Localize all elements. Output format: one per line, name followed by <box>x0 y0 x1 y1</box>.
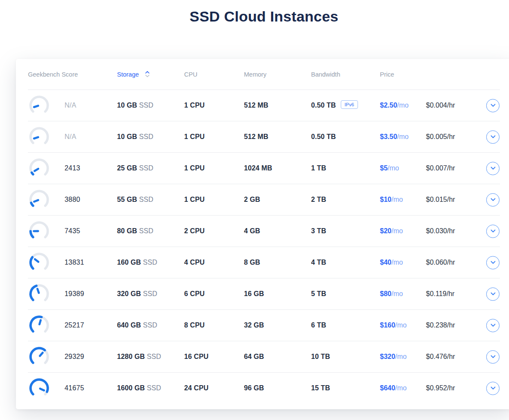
column-header-price[interactable]: Price <box>380 71 426 78</box>
storage-cell: 80 GB SSD <box>117 227 184 235</box>
bandwidth-cell: 2 TB <box>311 196 380 204</box>
chevron-down-icon <box>490 386 496 390</box>
geekbench-gauge-icon <box>28 157 50 179</box>
table-row: 41675 1600 GB SSD 24 CPU 96 GB 15 TB $64… <box>28 372 500 404</box>
memory-cell: 32 GB <box>244 321 311 329</box>
price-period: /mo <box>397 133 409 140</box>
hourly-price-cell: $0.004/hr <box>426 102 486 109</box>
memory-cell: 2 GB <box>244 196 311 204</box>
memory-cell: 64 GB <box>244 353 311 361</box>
price-amount: $160 <box>380 321 395 329</box>
storage-type: SSD <box>139 227 153 235</box>
chevron-down-icon <box>490 135 496 139</box>
hourly-price-cell: $0.238/hr <box>426 321 486 329</box>
storage-type: SSD <box>139 133 153 140</box>
monthly-price-cell: $20/mo <box>380 227 426 235</box>
chevron-down-icon <box>490 104 496 107</box>
column-header-storage[interactable]: Storage <box>117 71 184 78</box>
cpu-cell: 1 CPU <box>184 164 244 172</box>
table-row: 29329 1280 GB SSD 16 CPU 64 GB 10 TB $32… <box>28 341 500 372</box>
storage-cell: 1600 GB SSD <box>117 384 184 392</box>
bandwidth-value: 6 TB <box>311 321 326 329</box>
price-period: /mo <box>395 384 407 392</box>
price-amount: $20 <box>380 227 392 235</box>
expand-row-button[interactable] <box>486 225 500 238</box>
expand-row-button[interactable] <box>486 256 500 269</box>
expand-row-button[interactable] <box>486 162 500 175</box>
monthly-price-cell: $160/mo <box>380 321 426 329</box>
table-row: 19389 320 GB SSD 6 CPU 16 GB 5 TB $80/mo… <box>28 278 500 309</box>
expand-row-button[interactable] <box>486 287 500 301</box>
storage-type: SSD <box>143 290 157 297</box>
expand-row-button[interactable] <box>486 319 500 332</box>
storage-cell: 25 GB SSD <box>117 164 184 172</box>
hourly-price-cell: $0.952/hr <box>426 384 486 392</box>
storage-size: 160 GB <box>117 259 143 266</box>
geekbench-score-cell: 29329 <box>28 346 117 368</box>
monthly-price-cell: $2.50/mo <box>380 102 426 109</box>
price-period: /mo <box>392 196 403 203</box>
geekbench-gauge-icon <box>28 377 50 399</box>
ipv6-badge: IPv6 <box>341 100 358 109</box>
storage-size: 1600 GB <box>117 384 147 392</box>
monthly-price-cell: $40/mo <box>380 259 426 266</box>
expand-row-button[interactable] <box>486 382 500 395</box>
bandwidth-cell: 0.50 TB IPv6 <box>311 101 380 110</box>
pricing-table-card: Geekbench Score Storage CPU Memory Bandw… <box>16 59 509 409</box>
sort-icon[interactable] <box>145 71 150 77</box>
geekbench-score-value: 13831 <box>65 259 84 266</box>
hourly-price-cell: $0.476/hr <box>426 353 486 361</box>
price-amount: $2.50 <box>380 102 397 109</box>
geekbench-score-value: 41675 <box>65 384 84 392</box>
table-row: 7435 80 GB SSD 2 CPU 4 GB 3 TB $20/mo $0… <box>28 215 500 247</box>
hourly-price-cell: $0.060/hr <box>426 259 486 266</box>
geekbench-score-value: 25217 <box>65 321 84 329</box>
memory-cell: 1024 MB <box>244 164 311 172</box>
memory-cell: 16 GB <box>244 290 311 298</box>
column-header-geekbench-score[interactable]: Geekbench Score <box>28 71 117 78</box>
storage-cell: 320 GB SSD <box>117 290 184 298</box>
expand-row-button[interactable] <box>486 193 500 207</box>
geekbench-gauge-icon <box>28 94 50 117</box>
price-amount: $10 <box>380 196 392 203</box>
bandwidth-value: 4 TB <box>311 259 326 266</box>
bandwidth-value: 0.50 TB <box>311 102 336 109</box>
storage-size: 1280 GB <box>117 353 147 360</box>
page-title: SSD Cloud Instances <box>16 7 509 26</box>
geekbench-score-cell: 19389 <box>28 283 117 305</box>
price-period: /mo <box>388 164 399 172</box>
table-row: N/A 10 GB SSD 1 CPU 512 MB 0.50 TB $3.50… <box>28 121 500 152</box>
cpu-cell: 1 CPU <box>184 102 244 109</box>
geekbench-score-cell: N/A <box>28 94 117 117</box>
geekbench-score-cell: 25217 <box>28 314 117 337</box>
monthly-price-cell: $640/mo <box>380 384 426 392</box>
column-header-memory[interactable]: Memory <box>244 71 311 78</box>
cpu-cell: 8 CPU <box>184 321 244 329</box>
price-period: /mo <box>397 102 409 109</box>
expand-row-button[interactable] <box>486 130 500 144</box>
column-header-label: Geekbench Score <box>28 71 78 78</box>
geekbench-score-value: 3880 <box>65 196 80 204</box>
table-row: 25217 640 GB SSD 8 CPU 32 GB 6 TB $160/m… <box>28 309 500 341</box>
expand-row-button[interactable] <box>486 350 500 364</box>
table-row: 13831 160 GB SSD 4 CPU 8 GB 4 TB $40/mo … <box>28 247 500 278</box>
cpu-cell: 4 CPU <box>184 259 244 266</box>
cpu-cell: 1 CPU <box>184 196 244 204</box>
storage-size: 25 GB <box>117 164 139 172</box>
geekbench-score-cell: 2413 <box>28 157 117 179</box>
geekbench-score-value: 7435 <box>65 227 80 235</box>
price-amount: $640 <box>380 384 395 392</box>
column-header-label: Price <box>380 71 394 78</box>
bandwidth-value: 0.50 TB <box>311 133 336 141</box>
column-header-cpu[interactable]: CPU <box>184 71 244 78</box>
cpu-cell: 6 CPU <box>184 290 244 298</box>
price-period: /mo <box>395 321 407 329</box>
chevron-down-icon <box>490 229 496 233</box>
hourly-price-cell: $0.119/hr <box>426 290 486 298</box>
expand-row-button[interactable] <box>486 99 500 112</box>
chevron-down-icon <box>490 324 496 327</box>
column-header-bandwidth[interactable]: Bandwidth <box>311 71 380 78</box>
column-header-label: CPU <box>184 71 197 78</box>
geekbench-gauge-icon <box>28 346 50 368</box>
bandwidth-cell: 10 TB <box>311 353 380 361</box>
